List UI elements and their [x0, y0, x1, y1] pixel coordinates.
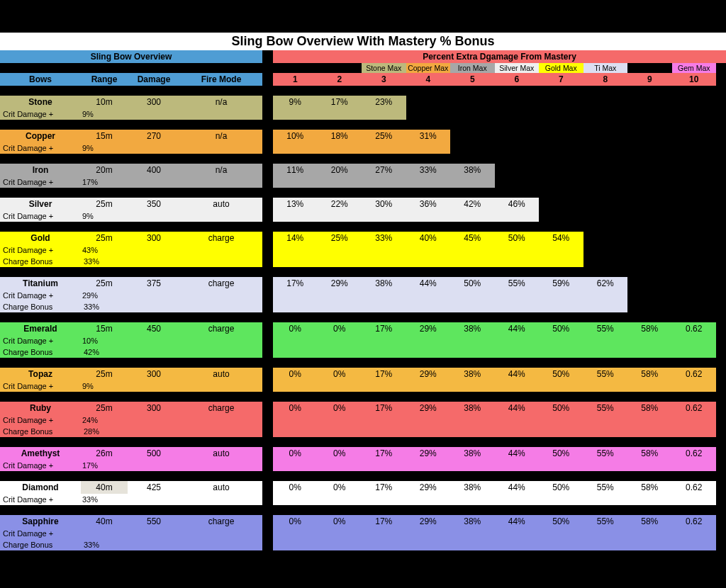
mastery-value: 40% — [406, 232, 451, 244]
mastery-bg — [318, 301, 362, 312]
row-spacer — [0, 392, 726, 402]
mastery-value: 55% — [583, 447, 628, 460]
mastery-bg — [450, 426, 495, 437]
mastery-bg — [627, 460, 672, 471]
mastery-value: 0.62 — [672, 481, 717, 494]
mastery-bg — [539, 539, 583, 550]
mastery-bg — [362, 539, 406, 550]
mastery-bg — [406, 414, 451, 426]
gap — [262, 322, 273, 358]
mastery-value: 58% — [627, 447, 672, 460]
mastery-bg — [539, 528, 583, 539]
mastery-bg — [627, 414, 672, 426]
row-spacer — [0, 267, 726, 277]
mastery-value: 36% — [406, 198, 451, 210]
mastery-value: 38% — [450, 402, 495, 414]
mastery-bg — [318, 380, 362, 392]
gap — [262, 447, 273, 471]
gap — [262, 232, 273, 267]
mastery-value: 29% — [406, 447, 451, 460]
main-grid: Sling Bow OverviewPercent Extra Dgamage … — [0, 50, 726, 550]
mastery-value: 38% — [450, 515, 495, 528]
row-spacer — [0, 86, 726, 96]
col-mastery-2: 2 — [318, 73, 362, 86]
col-mastery-4: 4 — [406, 73, 451, 86]
mastery-value: 14% — [273, 232, 318, 244]
blank-cell — [180, 301, 262, 312]
blank-cell — [180, 210, 262, 222]
row-spacer — [0, 312, 726, 322]
bow-damage: 350 — [128, 198, 180, 210]
blank-cell — [180, 256, 262, 267]
mastery-bg — [318, 426, 362, 437]
bow-fire-mode: charge — [180, 232, 262, 244]
mastery-bg — [672, 380, 717, 392]
bow-range: 25m — [81, 198, 128, 210]
mastery-bg — [495, 301, 540, 312]
bow-name: Titanium — [0, 277, 81, 290]
mastery-header: Percent Extra Dgamage From Mastery — [273, 50, 726, 63]
blank-cell — [128, 414, 180, 426]
max-label: Gem Max — [672, 63, 717, 73]
mastery-value: 44% — [495, 515, 540, 528]
blank — [495, 96, 540, 120]
mastery-bg — [450, 494, 495, 505]
mastery-bg — [273, 210, 318, 222]
mastery-value: 55% — [583, 368, 628, 380]
mastery-bg — [539, 335, 583, 346]
gap — [262, 277, 273, 312]
mastery-value: 0.62 — [672, 447, 717, 460]
blank — [539, 164, 583, 188]
mastery-value: 30% — [362, 198, 406, 210]
mastery-value: 29% — [406, 402, 451, 414]
mastery-value: 23% — [362, 96, 406, 108]
bow-damage: 500 — [128, 447, 180, 460]
mastery-value: 50% — [539, 322, 583, 335]
crit-label: Crit Damage + — [0, 414, 81, 426]
mastery-bg — [627, 426, 672, 437]
mastery-bg — [362, 108, 406, 120]
mastery-bg — [273, 346, 318, 358]
col-mastery-3: 3 — [362, 73, 406, 86]
blank-cell — [180, 460, 262, 471]
blank-cell — [128, 108, 180, 120]
mastery-bg — [362, 460, 406, 471]
bow-name: Iron — [0, 164, 81, 176]
blank-cell — [180, 346, 262, 358]
gap — [262, 368, 273, 392]
mastery-bg — [406, 346, 451, 358]
overview-header: Sling Bow Overview — [0, 50, 262, 63]
mastery-value: 38% — [450, 447, 495, 460]
mastery-value: 55% — [495, 277, 540, 290]
bow-damage: 300 — [128, 368, 180, 380]
mastery-bg — [627, 380, 672, 392]
crit-label: Crit Damage + — [0, 142, 81, 154]
bow-damage: 300 — [128, 232, 180, 244]
mastery-bg — [495, 244, 540, 256]
mastery-bg — [539, 460, 583, 471]
mastery-bg — [450, 210, 495, 222]
bow-range: 25m — [81, 402, 128, 414]
row-spacer — [0, 222, 726, 232]
mastery-bg — [672, 335, 717, 346]
mastery-bg — [273, 142, 318, 154]
mastery-value: 0% — [318, 368, 362, 380]
max-label: Gold Max — [539, 63, 583, 73]
crit-label: Crit Damage + — [0, 210, 81, 222]
bow-range: 10m — [81, 96, 128, 108]
blank-cell — [180, 414, 262, 426]
mastery-bg — [539, 301, 583, 312]
mastery-bg — [450, 528, 495, 539]
bow-damage: 300 — [128, 96, 180, 108]
mastery-bg — [273, 290, 318, 301]
mastery-value: 50% — [539, 402, 583, 414]
gap — [262, 198, 273, 222]
charge-label: Charge Bonus — [0, 256, 81, 267]
mastery-bg — [539, 414, 583, 426]
mastery-value: 38% — [450, 368, 495, 380]
mastery-value: 38% — [450, 322, 495, 335]
mastery-value: 13% — [273, 198, 318, 210]
mastery-bg — [450, 380, 495, 392]
blank — [627, 63, 672, 73]
blank — [672, 232, 717, 267]
